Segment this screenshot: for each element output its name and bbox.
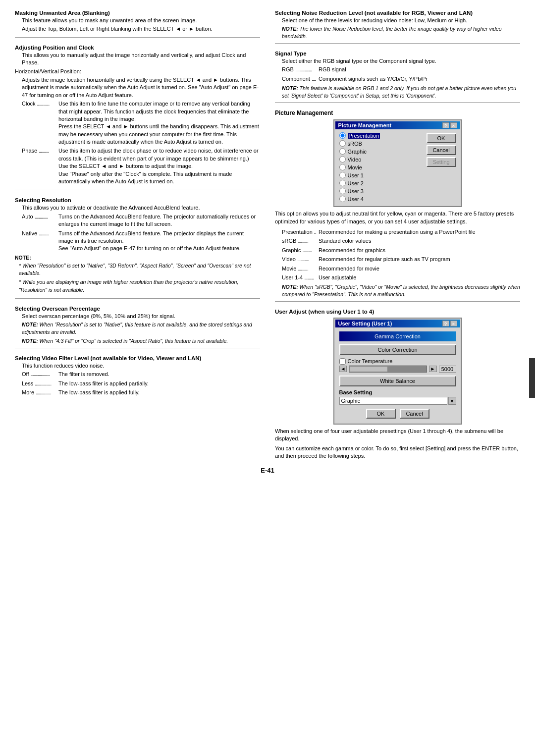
masking-text2: Adjust the Top, Bottom, Left or Right bl… [15,25,260,33]
srgb-preset-def: sRGB .......... Standard color values [275,237,520,245]
picture-mgmt-dialog: Picture Management ? × Presentation [333,119,462,207]
user-dialog-controls: ? × [442,321,457,326]
video-preset-def: Video ........... Recommended for regula… [275,256,520,263]
radio-movie[interactable] [339,164,346,170]
option-movie[interactable]: Movie [339,164,423,170]
radio-user2[interactable] [339,180,346,186]
user-dialog-close-btn[interactable]: × [450,321,457,326]
rgb-term: RGB ................ [282,66,317,73]
user-adjust-text2: You can customize each gamma or color. T… [275,445,520,460]
option-presentation[interactable]: Presentation [339,132,423,139]
color-temp-slider-row: ◄ ► 5000 [339,366,456,373]
note-title: NOTE: [15,255,31,261]
resolution-section: Selecting Resolution This allows you to … [15,197,260,298]
presentation-label: Presentation [348,133,380,139]
dropdown-arrow-icon[interactable]: ▼ [448,397,456,405]
base-setting-row: Base Setting Graphic ▼ [339,389,456,405]
pm-note: NOTE: When "sRGB", "Graphic", "Video" or… [275,283,520,298]
option-graphic[interactable]: Graphic [339,148,423,155]
user2-label: User 2 [348,180,364,186]
component-def: Component .... Component signals such as… [275,75,520,83]
dialog-body: Presentation sRGB Graphic Video [335,129,460,205]
base-setting-dropdown: Graphic ▼ [339,397,456,405]
white-balance-button[interactable]: White Balance [339,376,456,386]
setting-button[interactable]: Setting [427,157,456,167]
off-desc: The filter is removed. [58,371,260,378]
masking-heading: Masking Unwanted Area (Blanking) [15,10,260,16]
color-temp-slider[interactable] [349,366,427,373]
signal-heading: Signal Type [275,51,520,56]
noise-section: Selecting Noise Reduction Level (not ava… [275,10,520,44]
graphic-preset-term: Graphic ......... [282,247,317,254]
rgb-def: RGB ................ RGB signal [275,66,520,73]
less-def: Less ................ The low-pass filte… [15,380,260,387]
option-srgb[interactable]: sRGB [339,140,423,147]
color-correction-button[interactable]: Color Correction [339,344,456,355]
gamma-correction-button[interactable]: Gamma Correction [339,331,456,341]
option-video[interactable]: Video [339,156,423,162]
clock-desc: Use this item to fine tune the computer … [58,100,260,146]
color-temp-value: 5000 [439,366,456,373]
dialog-buttons: OK Cancel Setting [427,132,456,202]
video-preset-desc: Recommended for regular picture such as … [319,256,520,263]
presentation-preset-term: Presentation .. [282,228,317,236]
option-user3[interactable]: User 3 [339,188,423,194]
user-dialog-title-bar: User Setting (User 1) ? × [335,320,460,327]
clock-def: Clock ............ Use this item to fine… [15,100,260,146]
user-dialog-question-btn[interactable]: ? [442,321,449,326]
graphic-preset-def: Graphic ......... Recommended for graphi… [275,247,520,254]
slider-left-arrow[interactable]: ◄ [339,366,347,372]
cancel-button[interactable]: Cancel [427,145,456,155]
user-ok-button[interactable]: OK [366,409,396,419]
option-user4[interactable]: User 4 [339,196,423,202]
user-adjust-text1: When selecting one of four user adjustab… [275,428,520,443]
color-temp-checkbox[interactable] [339,358,346,365]
slider-right-arrow[interactable]: ► [429,366,437,372]
radio-video[interactable] [339,156,346,162]
color-temp-label: Color Temperature [348,358,393,364]
position-text1: This allows you to manually adjust the i… [15,52,260,67]
dialog-question-btn[interactable]: ? [442,122,449,128]
radio-user1[interactable] [339,172,346,178]
radio-graphic[interactable] [339,148,346,155]
dialog-options: Presentation sRGB Graphic Video [339,132,423,202]
movie-preset-def: Movie .......... Recommended for movie [275,265,520,272]
radio-srgb[interactable] [339,140,346,147]
presentation-preset-def: Presentation .. Recommended for making a… [275,228,520,236]
video-filter-heading: Selecting Video Filter Level (not availa… [15,355,260,361]
note-resolution: NOTE: When "Resolution" is set to "Nativ… [15,254,260,294]
dialog-close-btn[interactable]: × [450,122,457,128]
signal-text: Select either the RGB signal type or the… [275,57,520,65]
noise-heading: Selecting Noise Reduction Level (not ava… [275,10,520,16]
component-term: Component .... [282,75,317,83]
video-label: Video [348,157,362,162]
rgb-desc: RGB signal [319,66,520,73]
base-setting-label: Base Setting [339,389,456,395]
native-desc: Turns off the Advanced AccuBlend feature… [58,230,260,253]
position-sub-para: Adjusts the image location horizontally … [15,76,260,99]
phase-def: Phase .......... Use this item to adjust… [15,147,260,185]
base-setting-value[interactable]: Graphic [339,397,447,405]
video-filter-section: Selecting Video Filter Level (not availa… [15,355,260,398]
radio-user4[interactable] [339,196,346,202]
user-cancel-button[interactable]: Cancel [400,409,429,419]
page-number: E-41 [15,467,520,474]
srgb-preset-desc: Standard color values [319,237,520,245]
user3-label: User 3 [348,188,364,194]
note-item-2: While you are displaying an image with h… [19,278,260,294]
user-dialog-title-text: User Setting (User 1) [338,321,392,326]
page-content: Masking Unwanted Area (Blanking) This fe… [15,10,520,461]
radio-presentation[interactable] [339,132,346,139]
option-user1[interactable]: User 1 [339,172,423,178]
native-def: Native .......... Turns off the Advanced… [15,230,260,253]
note-list: When "Resolution" is set to "Native", "3… [15,262,260,294]
user4-label: User 4 [348,196,364,202]
radio-user3[interactable] [339,188,346,194]
srgb-label: sRGB [348,141,362,147]
option-user2[interactable]: User 2 [339,180,423,186]
native-term: Native .......... [22,230,56,253]
movie-preset-term: Movie .......... [282,265,317,272]
graphic-label: Graphic [348,149,367,155]
ok-button[interactable]: OK [427,133,456,143]
pm-text1: This option allows you to adjust neutral… [275,210,520,225]
